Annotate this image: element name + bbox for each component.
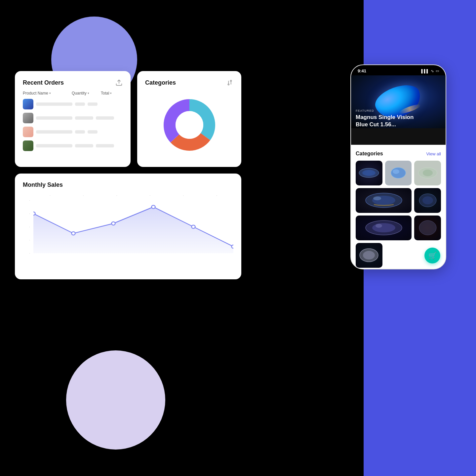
sort-arrow-qty: ▾ [88,92,89,95]
svg-point-25 [363,251,375,259]
table-row[interactable] [23,99,123,109]
phone-wrapper: 9:41 ▌▌▌ ∿ ▭ FEATURED Magnus Single Visi… [350,64,446,269]
cat-lens-svg-7 [416,216,439,240]
donut-chart [160,95,219,155]
skeleton-total-2 [96,116,114,120]
chart-point-1 [33,212,35,215]
categories-title: Categories [145,79,176,86]
svg-point-21 [372,223,395,232]
sort-arrow-total: ▾ [110,92,112,95]
cards-row-top: Recent Orders Product Name ▾ Quantity ▾ [15,71,241,167]
category-item-8[interactable] [356,243,382,268]
categories-card: Categories [137,71,241,167]
card-header-categories: Categories [145,79,233,86]
mobile-phone: 9:41 ▌▌▌ ∿ ▭ FEATURED Magnus Single Visi… [350,64,446,269]
skeleton-total-1 [88,102,98,106]
svg-point-12 [393,169,399,174]
category-item-1[interactable] [356,161,382,185]
th-product[interactable]: Product Name ▾ [23,91,69,96]
svg-point-19 [422,196,433,204]
featured-section: FEATURED Magnus Single VisionBlue Cut 1.… [351,75,446,145]
table-row[interactable] [23,140,123,151]
table-row[interactable] [23,127,123,137]
category-item-7[interactable] [414,216,441,240]
svg-point-1 [228,84,229,85]
featured-badge: FEATURED [356,109,414,112]
category-item-5[interactable] [414,188,441,213]
chart-body [33,194,233,253]
donut-chart-container [145,91,233,159]
featured-label-area: FEATURED Magnus Single VisionBlue Cut 1.… [356,109,414,128]
chart-point-3 [112,222,115,225]
wifi-icon: ∿ [431,69,434,73]
y-label-1: · [23,199,30,202]
row-image-3 [23,127,33,137]
svg-point-23 [419,220,436,235]
monthly-chart-area: · · · · · [23,194,233,260]
skeleton-total-4 [96,144,114,147]
svg-point-10 [362,170,376,176]
cart-fab-button[interactable]: 🛒 [424,248,440,263]
line-chart-svg [33,194,233,253]
y-label-4: · [23,238,30,242]
svg-point-2 [230,80,232,82]
skeleton-qty-2 [75,116,93,120]
chart-point-5 [192,225,195,228]
categories-section-header: Categories View all [356,151,441,157]
y-label-2: · [23,212,30,216]
th-total-label: Total [101,91,109,96]
y-label-3: · [23,225,30,229]
card-header-monthly: Monthly Sales [23,181,233,188]
filter-icon[interactable] [226,79,233,86]
export-icon[interactable] [115,79,123,86]
cat-lens-svg-1 [357,166,380,180]
dashboard-area: Recent Orders Product Name ▾ Quantity ▾ [15,71,241,279]
skeleton-name-1 [36,102,72,106]
skeleton-qty-1 [75,102,85,106]
status-time: 9:41 [358,68,366,73]
skeleton-qty-4 [75,144,93,147]
cat-lens-svg-4 [361,190,407,211]
table-headers: Product Name ▾ Quantity ▾ Total ▾ [23,91,123,96]
skeleton-qty-3 [75,130,85,134]
cart-icon: 🛒 [428,252,437,259]
cat-lens-svg-3 [416,166,439,180]
chart-point-4 [152,205,155,209]
svg-point-8 [176,111,203,139]
th-product-label: Product Name [23,91,48,96]
chart-point-6 [232,245,233,248]
status-icons: ▌▌▌ ∿ ▭ [421,69,439,73]
th-quantity[interactable]: Quantity ▾ [72,91,98,96]
y-axis-labels: · · · · · [23,194,32,260]
y-label-5: · [23,252,30,255]
th-total[interactable]: Total ▾ [101,91,121,96]
row-image-2 [23,113,33,123]
card-header-orders: Recent Orders [23,79,123,86]
svg-point-17 [373,196,381,200]
cat-lens-svg-5 [416,190,439,211]
chart-area-fill [33,207,233,253]
chart-point-2 [72,232,75,235]
recent-orders-title: Recent Orders [23,79,64,86]
sort-arrow-product: ▾ [49,92,51,95]
skeleton-total-3 [88,130,98,134]
view-all-link[interactable]: View all [426,151,441,156]
category-item-3[interactable] [414,161,441,185]
skeleton-name-2 [36,116,72,120]
monthly-sales-card: Monthly Sales · · · · · [15,174,241,279]
decorative-circle-bottom [66,350,165,450]
category-item-6[interactable] [356,216,412,240]
svg-point-14 [423,170,433,176]
table-row[interactable] [23,113,123,123]
row-image-1 [23,99,33,109]
category-item-2[interactable] [385,161,412,185]
svg-point-22 [376,224,382,228]
featured-title: Magnus Single VisionBlue Cut 1.56... [356,114,414,128]
category-item-4[interactable] [356,188,412,213]
cat-lens-svg-6 [361,217,407,239]
battery-icon: ▭ [436,69,439,73]
phone-categories-title: Categories [356,151,383,157]
monthly-sales-title: Monthly Sales [23,181,63,188]
th-quantity-label: Quantity [72,91,87,96]
cat-lens-svg-8 [357,243,380,268]
